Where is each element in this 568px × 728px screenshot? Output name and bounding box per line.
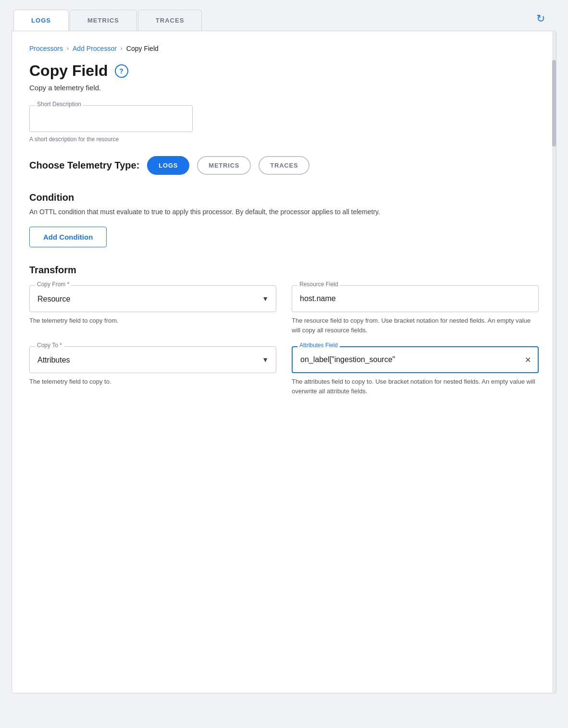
help-icon[interactable]: ? xyxy=(115,64,128,78)
attributes-field-input[interactable] xyxy=(293,352,518,368)
copy-to-col: Copy To * Attributes Resource Body ▼ The… xyxy=(29,346,276,396)
telem-btn-logs[interactable]: LOGS xyxy=(147,156,189,175)
attributes-field-col: Attributes Field ✕ The attributes field … xyxy=(292,346,539,396)
tab-metrics[interactable]: METRICS xyxy=(70,10,137,31)
tab-traces[interactable]: TRACES xyxy=(138,10,202,31)
add-condition-button[interactable]: Add Condition xyxy=(29,227,107,247)
transform-title: Transform xyxy=(29,265,539,276)
resource-field-input[interactable] xyxy=(292,285,539,312)
copy-from-select[interactable]: Resource Attributes Body xyxy=(29,285,276,312)
copy-from-label: Copy From * xyxy=(35,281,71,288)
breadcrumb-current: Copy Field xyxy=(126,45,159,52)
short-description-input[interactable] xyxy=(29,105,193,132)
copy-from-hint: The telemetry field to copy from. xyxy=(29,316,276,326)
short-description-hint: A short description for the resource xyxy=(29,136,539,143)
copy-to-hint: The telemetry field to copy to. xyxy=(29,377,276,387)
attributes-field-hint: The attributes field to copy to. Use bra… xyxy=(292,377,539,396)
transform-grid: Copy From * Resource Attributes Body ▼ T… xyxy=(29,285,539,396)
page-title: Copy Field xyxy=(29,62,108,80)
copy-from-col: Copy From * Resource Attributes Body ▼ T… xyxy=(29,285,276,335)
page-subtitle: Copy a telemetry field. xyxy=(29,84,539,92)
attributes-field-clear-button[interactable]: ✕ xyxy=(518,355,538,364)
scrollbar-track xyxy=(552,31,556,693)
copy-to-label: Copy To * xyxy=(35,342,64,349)
tab-logs[interactable]: LOGS xyxy=(13,10,69,31)
resource-field-group: Resource Field xyxy=(292,285,539,312)
resource-field-label: Resource Field xyxy=(297,281,340,288)
breadcrumb-sep-2: › xyxy=(121,45,123,52)
attributes-field-group: Attributes Field ✕ xyxy=(292,346,539,373)
copy-to-group: Copy To * Attributes Resource Body ▼ xyxy=(29,346,276,373)
telem-btn-traces[interactable]: TRACES xyxy=(259,156,309,175)
copy-from-group: Copy From * Resource Attributes Body ▼ xyxy=(29,285,276,312)
telemetry-type-label: Choose Telemetry Type: xyxy=(29,160,139,171)
resource-field-col: Resource Field The resource field to cop… xyxy=(292,285,539,335)
condition-description: An OTTL condition that must evaluate to … xyxy=(29,207,539,217)
refresh-icon[interactable]: ↻ xyxy=(536,12,545,25)
breadcrumb-sep-1: › xyxy=(67,45,69,52)
telem-btn-metrics[interactable]: METRICS xyxy=(197,156,251,175)
telemetry-type-row: Choose Telemetry Type: LOGS METRICS TRAC… xyxy=(29,156,539,175)
short-description-group: Short Description xyxy=(29,105,539,132)
condition-title: Condition xyxy=(29,192,539,203)
attributes-field-label: Attributes Field xyxy=(297,342,340,349)
attributes-field-wrapper: ✕ xyxy=(292,346,539,373)
copy-to-select[interactable]: Attributes Resource Body xyxy=(29,346,276,373)
breadcrumb-add-processor[interactable]: Add Processor xyxy=(73,45,117,52)
breadcrumb-processors[interactable]: Processors xyxy=(29,45,63,52)
scrollbar-thumb[interactable] xyxy=(552,60,556,146)
short-description-label: Short Description xyxy=(35,101,83,108)
resource-field-hint: The resource field to copy from. Use bra… xyxy=(292,316,539,335)
breadcrumb: Processors › Add Processor › Copy Field xyxy=(29,45,539,52)
